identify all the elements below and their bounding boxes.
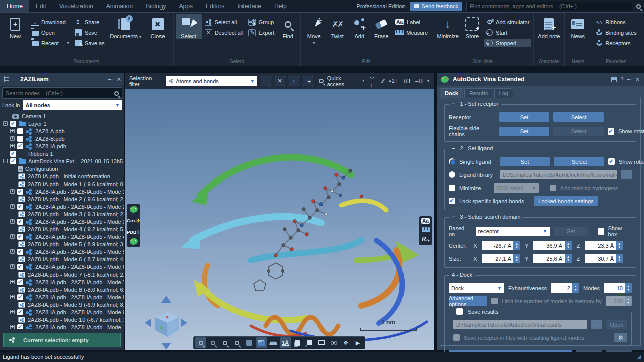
ligand-library-radio[interactable]: [449, 171, 455, 178]
select-all-button[interactable]: Select all: [203, 18, 246, 26]
minimize-checkbox[interactable]: [449, 185, 455, 191]
share-button[interactable]: Share: [72, 18, 107, 26]
pin-panel-icon[interactable]: ⊸: [108, 76, 113, 83]
resize-grip[interactable]: [637, 355, 641, 359]
visibility-checkbox[interactable]: [17, 294, 23, 300]
modes-spinner[interactable]: 10▲▼: [604, 283, 632, 293]
erase-button[interactable]: Erase: [370, 14, 392, 39]
save-results-checkbox[interactable]: [456, 308, 463, 315]
save-button[interactable]: Save: [72, 28, 107, 37]
save-as-button[interactable]: Save as: [72, 39, 107, 47]
set-flexible-button[interactable]: Set: [499, 127, 549, 136]
tree-item[interactable]: Ribbons 1: [0, 150, 124, 157]
minimize-button[interactable]: ↓Minimize: [434, 14, 461, 39]
tree-item[interactable]: 2AZ8-IA.pdb - Mode 9 (-6.9 kcal/mol; 8.0…: [0, 301, 124, 308]
visibility-checkbox[interactable]: [17, 204, 23, 210]
close-panel-icon[interactable]: ✕: [635, 76, 640, 83]
tree-item[interactable]: 2AZ8-A.pdb: [0, 127, 124, 135]
based-on-dropdown[interactable]: receptor▼: [476, 227, 550, 236]
set-receptor-button[interactable]: Set: [499, 112, 549, 122]
show-ligand-rotatable-checkbox[interactable]: [608, 158, 615, 165]
visibility-checkbox[interactable]: [17, 136, 23, 142]
show-rotatable-bonds-checkbox[interactable]: [608, 128, 614, 135]
select-button[interactable]: Select: [176, 14, 202, 39]
expand-toggle-icon[interactable]: [10, 310, 15, 314]
tree-item[interactable]: 2AZ8-IA.pdb - Initial conformation: [0, 172, 124, 180]
store-button[interactable]: Store: [462, 14, 482, 39]
browse-results-button[interactable]: ...: [591, 320, 602, 329]
menu-tab[interactable]: Editors: [199, 0, 231, 12]
group-selection-button[interactable]: +: [303, 76, 313, 86]
label-tool-button[interactable]: Aa: [421, 218, 430, 224]
zoom-in-button[interactable]: +: [219, 337, 230, 348]
look-in-dropdown[interactable]: All nodes▼: [23, 100, 122, 110]
visibility-checkbox[interactable]: [17, 309, 23, 315]
expand-toggle-icon[interactable]: [10, 264, 15, 269]
menu-tab[interactable]: Animation: [100, 0, 139, 12]
single-ligand-radio[interactable]: [449, 158, 455, 165]
move-caret-icon[interactable]: ▾: [313, 41, 315, 45]
deselect-all-button[interactable]: Deselect all: [203, 28, 246, 37]
tree-item[interactable]: 2AZ8-IA.pdb - 2AZ8-IA.pdb - Mode 10 (-6.…: [0, 323, 124, 329]
expand-toggle-icon[interactable]: [10, 144, 15, 148]
menu-tab[interactable]: Interface: [231, 0, 268, 12]
results-settings-gear-icon[interactable]: ⚙: [614, 333, 627, 342]
visibility-checkbox[interactable]: [17, 143, 23, 149]
charge-icon[interactable]: 2+: [389, 78, 398, 84]
ground-plane-button[interactable]: [268, 337, 279, 348]
view-cube-button[interactable]: [256, 337, 267, 348]
menu-tab[interactable]: Visualization: [53, 0, 100, 12]
visibility-checkbox[interactable]: [17, 264, 23, 270]
measure-button[interactable]: Measure: [393, 28, 430, 37]
menu-tab[interactable]: Help: [268, 0, 293, 12]
search-icon[interactable]: [636, 4, 641, 9]
expand-toggle-icon[interactable]: [10, 295, 15, 299]
twist-button[interactable]: ✗✗Twist: [326, 14, 348, 39]
label-button[interactable]: AaLabel: [393, 18, 430, 26]
measure-distance-icon[interactable]: ∕∕: [382, 77, 384, 85]
expand-toggle-icon[interactable]: [10, 234, 15, 239]
library-path-field[interactable]: D:/Samples/Tutorials/AutoDockVina/test-s…: [500, 170, 617, 179]
remove-hydrogens-button[interactable]: −H: [415, 78, 423, 85]
select-up-button[interactable]: ↑: [289, 76, 299, 86]
expand-toggle-icon[interactable]: [10, 136, 15, 141]
samson-app-icon[interactable]: [130, 206, 138, 213]
start-button[interactable]: Start: [484, 28, 531, 37]
set-domain-button[interactable]: Set: [554, 227, 588, 236]
group-button[interactable]: Group: [246, 18, 276, 26]
tree-item[interactable]: 2AZ8-IA.pdb - 2AZ8-IA.pdb - Mode 7 (-8.1…: [0, 278, 124, 286]
tree-item[interactable]: 2AZ8-IA.pdb - 2AZ8-IA.pdb - Mode 5 (-8.9…: [0, 248, 124, 255]
export-button[interactable]: Export: [246, 28, 276, 37]
add-hydrogens-checkbox[interactable]: [550, 185, 556, 191]
orientation-gizmo[interactable]: [143, 295, 189, 350]
node-search-input[interactable]: [6, 90, 112, 96]
locked-bonds-settings-button[interactable]: Locked bonds settings: [534, 196, 598, 206]
tree-item[interactable]: 2AZ8-IA.pdb - Mode 10 (-6.7 kcal/mol; 15…: [0, 316, 124, 323]
viewport-canvas[interactable]: 1 nm Gro✨ PDB⇩ Aa R + −: [125, 89, 434, 350]
play-button[interactable]: ▶: [352, 337, 363, 348]
visibility-checkbox[interactable]: [17, 128, 23, 134]
add-button[interactable]: Add: [349, 14, 369, 39]
limit-modes-checkbox[interactable]: [491, 298, 498, 304]
history-clock-icon[interactable]: ◔: [361, 77, 365, 85]
zoom-tool-button[interactable]: [195, 337, 206, 348]
advanced-options-button[interactable]: Advanced options: [449, 296, 487, 306]
size-z-spinner[interactable]: 30,7 Å▲▼: [585, 254, 623, 263]
stopped-button[interactable]: Stopped: [484, 39, 531, 47]
tree-item[interactable]: 2AZ8-IA.pdb - Mode 7 (-8.1 kcal/mol; 2.7…: [0, 270, 124, 278]
tree-item[interactable]: 2AZ8-IA.pdb - 2AZ8-IA.pdb - Mode 4 (-9.2…: [0, 233, 124, 240]
menu-tab[interactable]: Home: [0, 0, 29, 12]
tree-item[interactable]: 2AZ8-IA.pdb - Mode 8 (-8.0 kcal/mol; 6.3…: [0, 286, 124, 293]
expand-toggle-icon[interactable]: [10, 189, 15, 194]
copy-view-button[interactable]: [292, 337, 303, 348]
close-panel-icon[interactable]: ✕: [117, 76, 121, 83]
samson-app-icon-2[interactable]: [130, 238, 138, 245]
expand-toggle-icon[interactable]: [10, 129, 15, 133]
visibility-checkbox[interactable]: [17, 324, 23, 330]
tree-item[interactable]: AutoDock Vina Ext. - 2021-08-15 13h51m31…: [0, 157, 124, 165]
results-path-field[interactable]: D:/Samples/Tutorials/AutoDockVina/result…: [453, 320, 587, 329]
size-y-spinner[interactable]: 25,6 Å▲▼: [533, 254, 572, 263]
receptors-button[interactable]: Receptors: [593, 39, 638, 47]
background-button[interactable]: [244, 337, 255, 348]
expand-toggle-icon[interactable]: [10, 280, 15, 284]
